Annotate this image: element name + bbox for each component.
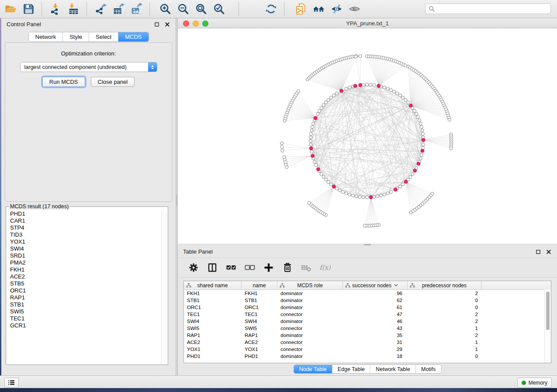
mcds-hub-node[interactable]	[340, 89, 343, 93]
close-panel-icon[interactable]	[546, 249, 552, 255]
splitter-grip[interactable]	[364, 244, 371, 245]
mcds-hub-node[interactable]	[404, 180, 408, 183]
zoom-out-button[interactable]	[176, 2, 190, 17]
list-item[interactable]: STB5	[7, 280, 161, 287]
mcds-hub-node[interactable]	[332, 185, 336, 189]
tab-network-table[interactable]: Network Table	[370, 365, 416, 373]
zoom-in-button[interactable]	[158, 2, 172, 17]
tab-node-table[interactable]: Node Table	[294, 365, 332, 373]
table-row[interactable]: PHD1PHD1dominator180	[184, 353, 551, 360]
export-image-button[interactable]	[129, 2, 143, 17]
zoom-fit-button[interactable]	[194, 2, 208, 17]
column-header-shared-name[interactable]: shared name	[184, 281, 242, 289]
network-graph[interactable]	[178, 28, 557, 244]
mcds-hub-node[interactable]	[422, 138, 425, 142]
float-panel-icon[interactable]	[535, 249, 541, 255]
maximize-window-icon[interactable]	[202, 21, 208, 27]
list-item[interactable]: PHD1	[7, 210, 161, 217]
column-header-name[interactable]: name	[242, 281, 277, 289]
list-item[interactable]: FKH1	[7, 266, 161, 273]
import-network-button[interactable]	[48, 2, 62, 17]
mcds-hub-node[interactable]	[409, 104, 412, 107]
memory-button[interactable]: Memory	[517, 378, 552, 388]
table-row[interactable]: TEC1TEC1connector472	[184, 311, 551, 318]
mcds-hub-node[interactable]	[353, 84, 357, 88]
search-input[interactable]	[435, 4, 550, 13]
list-item[interactable]: GCR1	[7, 322, 161, 329]
network-overview-button[interactable]	[311, 2, 325, 17]
table-row[interactable]: ACE2ACE2connector311	[184, 339, 551, 346]
table-row[interactable]: STB1STB1dominator620	[184, 297, 551, 304]
optimization-criterion-select[interactable]: largest connected component (undirected)	[20, 62, 157, 72]
task-history-button[interactable]	[4, 378, 19, 388]
network-window-titlebar[interactable]: YPA_prune.txt_1	[178, 18, 557, 28]
table-row[interactable]: YOX1YOX1connector291	[184, 346, 551, 353]
list-item[interactable]: SWI4	[7, 245, 161, 252]
list-item[interactable]: CAR1	[7, 217, 161, 224]
column-header-successor-nodes[interactable]: successor nodes	[343, 281, 408, 289]
close-panel-button[interactable]: Close panel	[91, 77, 135, 87]
list-item[interactable]: STB1	[7, 301, 161, 308]
add-column-button[interactable]	[263, 261, 275, 274]
open-session-button[interactable]	[3, 2, 17, 17]
search-box[interactable]	[425, 3, 551, 14]
list-item[interactable]: SRD1	[7, 252, 161, 259]
show-graphics-button[interactable]	[347, 2, 361, 17]
scrollbar-thumb[interactable]	[546, 292, 550, 330]
refresh-layout-button[interactable]	[264, 2, 278, 17]
table-scrollbar[interactable]	[544, 289, 551, 363]
list-item[interactable]: PMA2	[7, 259, 161, 266]
list-item[interactable]: STP4	[7, 224, 161, 231]
close-window-icon[interactable]	[183, 21, 189, 27]
mcds-hub-node[interactable]	[314, 117, 317, 120]
table-row[interactable]: RAP1RAP1dominator352	[184, 332, 551, 339]
table-row[interactable]: SWI5SWI5connector431	[184, 325, 551, 332]
import-table-button[interactable]	[66, 2, 80, 17]
mcds-hub-node[interactable]	[377, 84, 381, 88]
float-panel-icon[interactable]	[154, 21, 160, 28]
result-list-scrollbar[interactable]	[161, 210, 167, 364]
save-session-button[interactable]	[21, 2, 35, 17]
export-table-button[interactable]	[111, 2, 125, 17]
share-document-button[interactable]	[294, 2, 308, 17]
list-item[interactable]: YOX1	[7, 238, 161, 245]
mcds-hub-node[interactable]	[394, 188, 397, 191]
list-item[interactable]: ORC1	[7, 287, 161, 294]
deselect-all-button[interactable]	[244, 261, 256, 274]
mcds-hub-node[interactable]	[309, 147, 313, 150]
tab-mcds[interactable]: MCDS	[118, 32, 148, 41]
hide-graphics-button[interactable]	[329, 2, 343, 17]
run-mcds-button[interactable]: Run MCDS	[42, 77, 85, 87]
splitter-grip[interactable]	[176, 195, 177, 206]
zoom-selected-button[interactable]	[212, 2, 226, 17]
table-row[interactable]: SWI4SWI4dominator462	[184, 318, 551, 325]
mcds-hub-node[interactable]	[421, 149, 424, 153]
export-network-button[interactable]	[93, 2, 107, 17]
tab-select[interactable]: Select	[89, 32, 118, 41]
list-item[interactable]: ACE2	[7, 273, 161, 280]
mcds-hub-node[interactable]	[369, 196, 373, 199]
list-item[interactable]: RAP1	[7, 294, 161, 301]
table-row[interactable]: ORC1ORC1dominator610	[184, 304, 551, 311]
close-panel-icon[interactable]	[164, 21, 170, 28]
column-visibility-button[interactable]	[206, 261, 218, 274]
mcds-result-list[interactable]: PHD1CAR1STP4TID3YOX1SWI4SRD1PMA2FKH1ACE2…	[7, 210, 161, 364]
list-item[interactable]: TEC1	[7, 315, 161, 322]
column-header-MCDS-role[interactable]: MCDS role	[277, 281, 343, 289]
column-header-predecessor-nodes[interactable]: predecessor nodes	[408, 281, 481, 289]
delete-column-button[interactable]	[281, 261, 294, 274]
mcds-hub-node[interactable]	[311, 154, 315, 158]
mcds-hub-node[interactable]	[317, 168, 320, 171]
tab-edge-table[interactable]: Edge Table	[332, 365, 370, 373]
list-item[interactable]: SWI5	[7, 308, 161, 315]
table-settings-button[interactable]	[187, 261, 200, 274]
mcds-hub-node[interactable]	[417, 162, 420, 165]
select-all-button[interactable]	[225, 261, 237, 274]
tab-style[interactable]: Style	[63, 32, 89, 41]
mcds-hub-node[interactable]	[359, 83, 362, 87]
table-row[interactable]: FKH1FKH1dominator962	[184, 290, 551, 297]
minimize-window-icon[interactable]	[193, 21, 199, 27]
tab-network[interactable]: Network	[28, 32, 63, 41]
mcds-hub-node[interactable]	[413, 169, 417, 172]
network-canvas[interactable]	[178, 28, 557, 244]
